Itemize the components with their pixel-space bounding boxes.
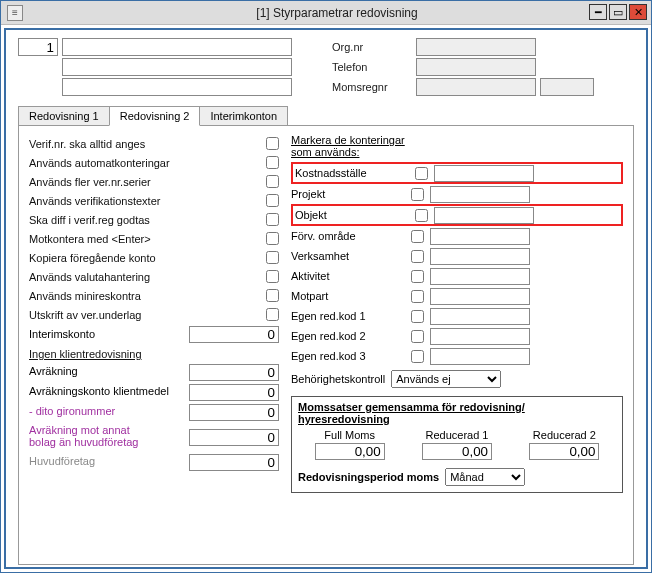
kont-field-2[interactable] [434, 207, 534, 224]
kont-heading: Markera de konteringarsom används: [291, 134, 623, 158]
moms-col-field-2[interactable] [529, 443, 599, 460]
kont-row-7: Egen red.kod 1 [291, 306, 623, 326]
kont-check-6[interactable] [411, 290, 424, 303]
moms-col-field-1[interactable] [422, 443, 492, 460]
kont-field-9[interactable] [430, 348, 530, 365]
behorighet-label: Behörighetskontroll [291, 373, 385, 385]
left-check-5[interactable] [266, 232, 279, 245]
kont-row-1: Projekt [291, 184, 623, 204]
kont-check-2[interactable] [415, 209, 428, 222]
kont-check-9[interactable] [411, 350, 424, 363]
window-title: [1] Styrparametrar redovisning [23, 6, 651, 20]
left-check-label-5: Motkontera med <Enter> [29, 233, 151, 245]
kont-field-6[interactable] [430, 288, 530, 305]
klient-heading: Ingen klientredovisning [29, 348, 279, 360]
left-check-label-6: Kopiera föregående konto [29, 252, 156, 264]
klient-label-4: Huvudföretag [29, 456, 95, 468]
kont-check-4[interactable] [411, 250, 424, 263]
kont-row-9: Egen red.kod 3 [291, 346, 623, 366]
kont-field-8[interactable] [430, 328, 530, 345]
company-line2-field[interactable] [62, 58, 292, 76]
kont-label-5: Aktivitet [291, 270, 411, 282]
left-check-6[interactable] [266, 251, 279, 264]
left-check-4[interactable] [266, 213, 279, 226]
kont-row-6: Motpart [291, 286, 623, 306]
left-check-label-0: Verif.nr. ska alltid anges [29, 138, 145, 150]
kont-row-4: Verksamhet [291, 246, 623, 266]
kont-check-8[interactable] [411, 330, 424, 343]
moms-col-field-0[interactable] [315, 443, 385, 460]
tab-strip: Redovisning 1 Redovisning 2 Interimkonto… [18, 106, 634, 126]
titlebar: ≡ [1] Styrparametrar redovisning ━ ▭ ✕ [1, 1, 651, 25]
kont-label-3: Förv. område [291, 230, 411, 242]
kont-field-7[interactable] [430, 308, 530, 325]
klient-label-1: Avräkningskonto klientmedel [29, 386, 169, 398]
period-label: Redovisningsperiod moms [298, 471, 439, 483]
left-check-3[interactable] [266, 194, 279, 207]
kont-row-5: Aktivitet [291, 266, 623, 286]
kont-check-7[interactable] [411, 310, 424, 323]
left-check-label-3: Används verifikationstexter [29, 195, 160, 207]
kont-label-9: Egen red.kod 3 [291, 350, 411, 362]
orgnr-label: Org.nr [332, 41, 412, 53]
minimize-button[interactable]: ━ [589, 4, 607, 20]
momsregnr-field-2 [540, 78, 594, 96]
tab-redovisning-2[interactable]: Redovisning 2 [109, 106, 201, 126]
left-check-label-4: Ska diff i verif.reg godtas [29, 214, 150, 226]
tab-interimkonton[interactable]: Interimkonton [199, 106, 288, 126]
left-check-0[interactable] [266, 137, 279, 150]
moms-col-label-0: Full Moms [324, 429, 375, 441]
tab-panel-redovisning-2: Verif.nr. ska alltid angesAnvänds automa… [18, 125, 634, 565]
tab-redovisning-1[interactable]: Redovisning 1 [18, 106, 110, 126]
left-check-2[interactable] [266, 175, 279, 188]
close-button[interactable]: ✕ [629, 4, 647, 20]
behorighet-select[interactable]: Används ej [391, 370, 501, 388]
interimskonto-field[interactable] [189, 326, 279, 343]
kont-field-5[interactable] [430, 268, 530, 285]
kont-check-3[interactable] [411, 230, 424, 243]
moms-heading: Momssatser gemensamma för redovisning/ h… [298, 401, 616, 425]
kont-row-2: Objekt [291, 204, 623, 226]
moms-col-label-1: Reducerad 1 [425, 429, 488, 441]
klient-field-1[interactable] [189, 384, 279, 401]
klient-label-3: Avräkning mot annat bolag än huvudföreta… [29, 425, 138, 448]
left-check-8[interactable] [266, 289, 279, 302]
kont-row-8: Egen red.kod 2 [291, 326, 623, 346]
system-menu-icon[interactable]: ≡ [7, 5, 23, 21]
window-body: Org.nr Telefon Momsregnr Redovisning 1 R… [4, 28, 648, 569]
klient-field-2[interactable] [189, 404, 279, 421]
interimskonto-label: Interimskonto [29, 328, 95, 340]
left-check-label-2: Används fler ver.nr.serier [29, 176, 151, 188]
moms-col-label-2: Reducerad 2 [533, 429, 596, 441]
company-name-field[interactable] [62, 38, 292, 56]
left-check-1[interactable] [266, 156, 279, 169]
kont-field-0[interactable] [434, 165, 534, 182]
telefon-label: Telefon [332, 61, 412, 73]
klient-label-2: - dito gironummer [29, 406, 115, 418]
kont-label-2: Objekt [295, 209, 415, 221]
left-check-label-8: Används minireskontra [29, 290, 141, 302]
kont-check-5[interactable] [411, 270, 424, 283]
company-line3-field[interactable] [62, 78, 292, 96]
kont-field-1[interactable] [430, 186, 530, 203]
kont-label-1: Projekt [291, 188, 411, 200]
orgnr-field [416, 38, 536, 56]
period-select[interactable]: Månad [445, 468, 525, 486]
maximize-button[interactable]: ▭ [609, 4, 627, 20]
momsregnr-label: Momsregnr [332, 81, 412, 93]
kont-label-7: Egen red.kod 1 [291, 310, 411, 322]
klient-field-4[interactable] [189, 454, 279, 471]
klient-field-0[interactable] [189, 364, 279, 381]
kont-check-0[interactable] [415, 167, 428, 180]
left-check-label-1: Används automatkonteringar [29, 157, 170, 169]
kont-field-4[interactable] [430, 248, 530, 265]
klient-label-0: Avräkning [29, 366, 78, 378]
klient-field-3[interactable] [189, 429, 279, 446]
left-check-7[interactable] [266, 270, 279, 283]
kont-label-0: Kostnadsställe [295, 167, 415, 179]
company-number-field[interactable] [18, 38, 58, 56]
kont-field-3[interactable] [430, 228, 530, 245]
left-check-9[interactable] [266, 308, 279, 321]
kont-check-1[interactable] [411, 188, 424, 201]
kont-label-8: Egen red.kod 2 [291, 330, 411, 342]
